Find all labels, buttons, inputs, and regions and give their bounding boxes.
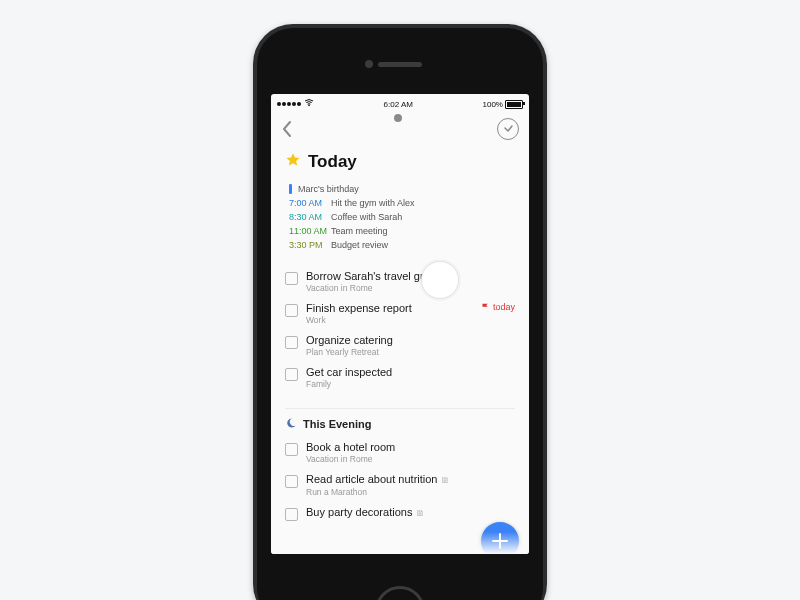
schedule-label: Coffee with Sarah (331, 210, 402, 224)
task-project: Plan Yearly Retreat (306, 347, 515, 358)
task-item[interactable]: Finish expense reportWorktoday (285, 298, 515, 330)
deadline-flag: today (481, 302, 515, 312)
tasks-list: Borrow Sarah's travel guideVacation in R… (285, 266, 515, 394)
schedule-time: 3:30 PM (289, 238, 327, 252)
task-project: Vacation in Rome (306, 454, 515, 465)
task-project: Vacation in Rome (306, 283, 515, 294)
task-item[interactable]: Organize cateringPlan Yearly Retreat (285, 330, 515, 362)
schedule-time: 7:00 AM (289, 196, 327, 210)
checkbox[interactable] (285, 368, 298, 381)
task-title: Finish expense report (306, 302, 473, 315)
schedule-item[interactable]: Marc's birthday (289, 182, 515, 196)
page-title: Today (308, 152, 357, 172)
schedule-time: 11:00 AM (289, 224, 327, 238)
settings-check-button[interactable] (497, 118, 519, 140)
schedule-item[interactable]: 7:00 AMHit the gym with Alex (289, 196, 515, 210)
battery-icon: 100% (483, 100, 523, 109)
grab-indicator-icon[interactable] (394, 114, 402, 122)
touch-hint-icon (421, 261, 459, 299)
checkbox[interactable] (285, 304, 298, 317)
checkbox[interactable] (285, 443, 298, 456)
task-title: Buy party decorations🗎 (306, 506, 515, 520)
schedule-time: 8:30 AM (289, 210, 327, 224)
task-item[interactable]: Borrow Sarah's travel guideVacation in R… (285, 266, 515, 298)
checkbox[interactable] (285, 508, 298, 521)
back-button[interactable] (281, 120, 293, 138)
attachment-icon: 🗎 (441, 475, 450, 485)
schedule-item[interactable]: 11:00 AMTeam meeting (289, 224, 515, 238)
checkbox[interactable] (285, 336, 298, 349)
task-item[interactable]: Get car inspectedFamily (285, 362, 515, 394)
home-button[interactable] (375, 586, 425, 600)
evening-section: This Evening Book a hotel roomVacation i… (285, 408, 515, 525)
clock: 6:02 AM (384, 100, 413, 109)
task-title: Read article about nutrition🗎 (306, 473, 515, 487)
evening-title: This Evening (303, 418, 371, 430)
svg-point-0 (308, 105, 310, 107)
wifi-icon (304, 99, 314, 109)
today-heading: Today (285, 152, 515, 172)
schedule-label: Budget review (331, 238, 388, 252)
status-bar: 6:02 AM 100% (271, 94, 529, 112)
task-project: Work (306, 315, 473, 326)
task-item[interactable]: Book a hotel roomVacation in Rome (285, 437, 515, 469)
checkbox[interactable] (285, 272, 298, 285)
schedule-label: Marc's birthday (298, 182, 359, 196)
phone-frame: 6:02 AM 100% (253, 24, 547, 600)
task-item[interactable]: Buy party decorations🗎 (285, 502, 515, 525)
attachment-icon: 🗎 (416, 508, 425, 518)
schedule-item[interactable]: 3:30 PMBudget review (289, 238, 515, 252)
moon-icon (285, 417, 297, 431)
task-title: Borrow Sarah's travel guide (306, 270, 515, 283)
star-icon (285, 152, 301, 172)
checkbox[interactable] (285, 475, 298, 488)
signal-icon (277, 102, 301, 106)
task-title: Organize catering (306, 334, 515, 347)
schedule-label: Hit the gym with Alex (331, 196, 415, 210)
task-item[interactable]: Read article about nutrition🗎Run a Marat… (285, 469, 515, 502)
content-area[interactable]: Today Marc's birthday7:00 AMHit the gym … (271, 146, 529, 554)
task-project: Run a Marathon (306, 487, 515, 498)
task-title: Get car inspected (306, 366, 515, 379)
task-project: Family (306, 379, 515, 390)
schedule-list: Marc's birthday7:00 AMHit the gym with A… (289, 182, 515, 252)
task-title: Book a hotel room (306, 441, 515, 454)
screen: 6:02 AM 100% (271, 94, 529, 554)
schedule-label: Team meeting (331, 224, 388, 238)
schedule-item[interactable]: 8:30 AMCoffee with Sarah (289, 210, 515, 224)
